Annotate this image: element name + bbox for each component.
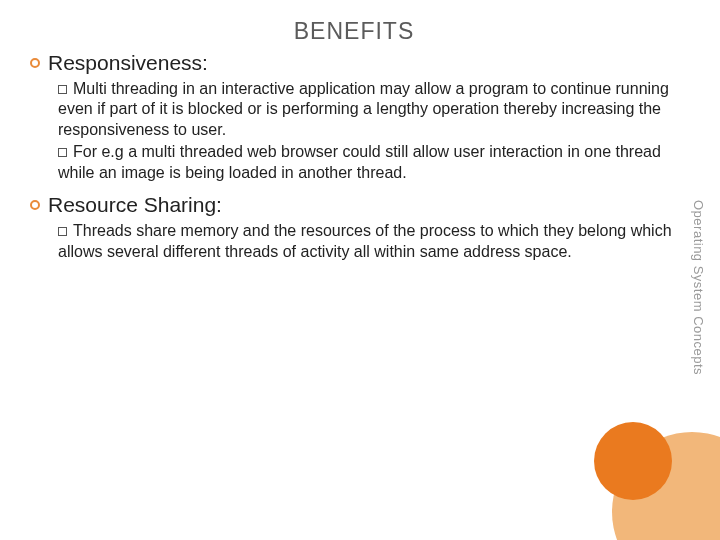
section-body-resource-sharing: Threads share memory and the resources o… [58, 221, 672, 262]
square-bullet-icon [58, 85, 67, 94]
section-heading-text: Resource Sharing: [48, 193, 222, 217]
section-heading-text: Responsiveness: [48, 51, 208, 75]
list-item: For e.g a multi threaded web browser cou… [58, 142, 672, 183]
side-label: Operating System Concepts [691, 200, 706, 375]
ring-bullet-icon [30, 58, 40, 68]
list-item-text: Threads share memory and the resources o… [58, 222, 672, 259]
ring-bullet-icon [30, 200, 40, 210]
slide: BENEFITS Responsiveness: Multi threading… [0, 0, 720, 540]
square-bullet-icon [58, 148, 67, 157]
list-item-text: Multi threading in an interactive applic… [58, 80, 669, 138]
list-item: Threads share memory and the resources o… [58, 221, 672, 262]
slide-title: BENEFITS [24, 18, 684, 45]
decorative-corner [540, 360, 720, 540]
list-item-text: For e.g a multi threaded web browser cou… [58, 143, 661, 180]
decorative-circle-icon [612, 432, 720, 540]
section-body-responsiveness: Multi threading in an interactive applic… [58, 79, 672, 183]
square-bullet-icon [58, 227, 67, 236]
list-item: Multi threading in an interactive applic… [58, 79, 672, 140]
section-heading-resource-sharing: Resource Sharing: [30, 193, 684, 217]
section-heading-responsiveness: Responsiveness: [30, 51, 684, 75]
decorative-circle-icon [594, 422, 672, 500]
